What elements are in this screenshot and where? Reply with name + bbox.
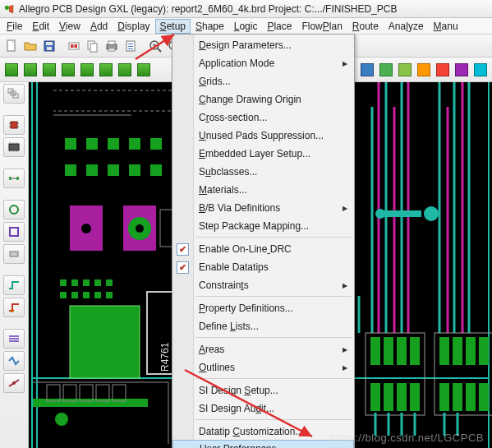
svg-rect-3 <box>46 42 53 45</box>
menu-item-materials[interactable]: Materials... <box>172 181 354 199</box>
menu-bar[interactable]: FileEditViewAddDisplaySetupShapeLogicPla… <box>0 18 492 35</box>
svg-point-114 <box>424 206 439 221</box>
menu-item-cross-section[interactable]: Cross-section... <box>172 109 354 127</box>
svg-rect-70 <box>86 164 98 176</box>
menu-analyze[interactable]: Analyze <box>384 19 429 34</box>
menu-item-step-package-mapping[interactable]: Step Package Mapping... <box>172 217 354 235</box>
mode-button-4[interactable] <box>59 61 77 79</box>
palette-button-4[interactable] <box>415 61 433 79</box>
menu-item-subclasses[interactable]: Subclasses... <box>172 163 354 181</box>
menu-item-si-design-setup[interactable]: SI Design Setup... <box>172 381 354 400</box>
menu-file[interactable]: File <box>2 19 27 34</box>
menu-item-change-drawing-origin[interactable]: Change Drawing Origin <box>172 90 354 109</box>
menu-item-property-definitions[interactable]: Property Definitions... <box>172 299 354 317</box>
tool-button-a[interactable] <box>3 200 25 219</box>
mode-button-1[interactable] <box>2 61 21 79</box>
menu-item-grids[interactable]: Grids... <box>172 72 354 90</box>
svg-rect-64 <box>65 138 76 150</box>
svg-rect-110 <box>466 383 476 411</box>
svg-rect-50 <box>16 177 19 180</box>
svg-rect-73 <box>150 164 162 176</box>
svg-rect-106 <box>397 383 407 411</box>
menu-item-si-design-audit[interactable]: SI Design Audit... <box>172 400 354 418</box>
menu-view[interactable]: View <box>54 19 85 34</box>
menu-item-define-lists[interactable]: Define Lists... <box>172 317 354 335</box>
svg-rect-53 <box>10 252 18 256</box>
copy-button[interactable] <box>84 37 102 55</box>
svg-rect-81 <box>83 292 90 298</box>
route-button-1[interactable] <box>3 275 25 295</box>
menu-route[interactable]: Route <box>347 19 384 34</box>
report-button[interactable] <box>122 37 140 55</box>
menu-setup[interactable]: Setup <box>155 19 191 34</box>
palette-button-7[interactable] <box>471 61 490 79</box>
menu-item-design-parameters[interactable]: Design Parameters... <box>172 36 354 54</box>
chip-button[interactable] <box>3 115 25 135</box>
menu-item-enable-on-line-drc[interactable]: Enable On-Line DRC <box>172 240 354 258</box>
tool-button-c[interactable] <box>3 244 25 264</box>
menu-item-unused-pads-suppression[interactable]: Unused Pads Suppression... <box>172 127 354 145</box>
menu-place[interactable]: Place <box>262 19 297 34</box>
menu-item-embedded-layer-setup[interactable]: Embedded Layer Setup... <box>172 145 354 163</box>
menu-flowplan[interactable]: FlowPlan <box>297 19 347 34</box>
svg-rect-78 <box>106 279 113 286</box>
svg-rect-76 <box>83 279 90 286</box>
route-button-3[interactable] <box>3 329 25 349</box>
print-button[interactable] <box>103 37 121 55</box>
palette-button-5[interactable] <box>434 61 452 79</box>
tool-button-b[interactable] <box>3 222 25 242</box>
menu-item-application-mode[interactable]: Application Mode <box>172 54 354 72</box>
menu-add[interactable]: Add <box>85 19 113 34</box>
palette-button-3[interactable] <box>396 61 414 79</box>
svg-rect-71 <box>108 164 119 176</box>
setup-menu-dropdown[interactable]: Design Parameters...Application ModeGrid… <box>172 34 355 448</box>
new-file-button[interactable] <box>2 37 21 55</box>
svg-rect-83 <box>106 292 113 298</box>
palette-button-2[interactable] <box>377 61 395 79</box>
palette-button-1[interactable] <box>358 61 376 79</box>
route-button-2[interactable] <box>3 298 25 317</box>
mode-button-2[interactable] <box>21 61 39 79</box>
group-button[interactable] <box>3 84 25 104</box>
menu-display[interactable]: Display <box>113 19 154 34</box>
svg-rect-12 <box>108 48 115 51</box>
menu-item-outlines[interactable]: Outlines <box>172 358 354 376</box>
svg-rect-75 <box>71 279 78 286</box>
svg-rect-99 <box>410 337 420 365</box>
module-button[interactable] <box>65 37 83 55</box>
mode-button-3[interactable] <box>40 61 58 79</box>
svg-rect-108 <box>439 383 449 411</box>
svg-rect-97 <box>384 337 393 365</box>
svg-point-59 <box>81 224 91 233</box>
route-button-5[interactable] <box>3 373 25 393</box>
mode-button-7[interactable] <box>116 61 134 79</box>
save-button[interactable] <box>40 37 58 55</box>
pin-swap-button[interactable] <box>3 169 25 188</box>
menu-manu[interactable]: Manu <box>429 19 463 34</box>
ic-button[interactable] <box>3 137 25 157</box>
refdes-text: R4761 <box>159 342 171 372</box>
svg-rect-72 <box>129 164 140 176</box>
menu-edit[interactable]: Edit <box>27 19 54 34</box>
svg-rect-109 <box>453 383 462 411</box>
menu-item-datatip-customization[interactable]: Datatip Customization... <box>172 423 354 441</box>
menu-logic[interactable]: Logic <box>229 19 263 34</box>
svg-rect-56 <box>70 306 140 378</box>
svg-rect-6 <box>71 44 74 48</box>
svg-rect-11 <box>108 41 115 44</box>
svg-point-51 <box>10 206 18 214</box>
open-file-button[interactable] <box>21 37 39 55</box>
mode-button-6[interactable] <box>97 61 115 79</box>
menu-item-user-preferences[interactable]: User Preferences... <box>172 440 354 448</box>
mode-button-5[interactable] <box>78 61 96 79</box>
menu-item-b-b-via-definitions[interactable]: B/B Via Definitions <box>172 199 354 217</box>
menu-item-enable-datatips[interactable]: Enable Datatips <box>172 258 354 276</box>
route-button-4[interactable] <box>3 351 25 371</box>
menu-shape[interactable]: Shape <box>191 19 229 34</box>
svg-rect-111 <box>479 383 489 411</box>
palette-button-6[interactable] <box>453 61 471 79</box>
menu-item-constraints[interactable]: Constraints <box>172 276 354 294</box>
zoom-in-button[interactable] <box>146 37 164 55</box>
mode-button-8[interactable] <box>135 61 153 79</box>
menu-item-areas[interactable]: Areas <box>172 340 354 358</box>
